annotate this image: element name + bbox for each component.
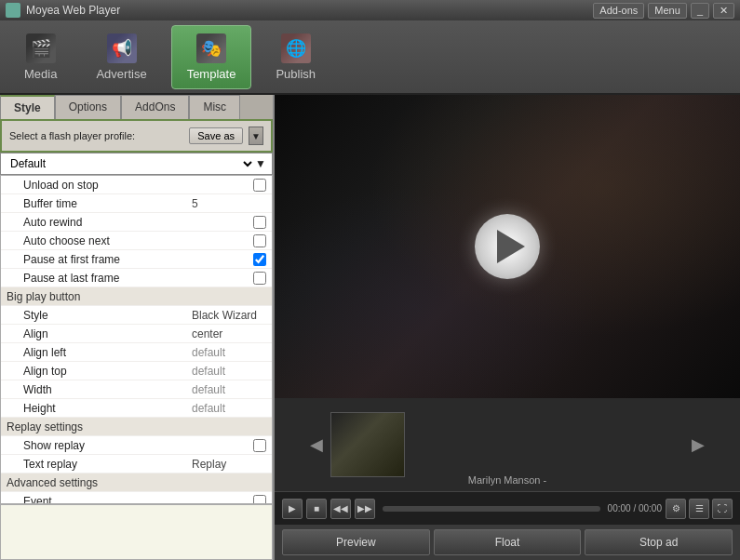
profile-select[interactable]: Default <box>7 156 255 171</box>
profile-label: Select a flash player profile: <box>9 130 183 141</box>
close-button[interactable]: ✕ <box>713 3 734 19</box>
nav-label-advertise: Advertise <box>96 67 146 81</box>
setting-text-replay: Text replay Replay <box>1 455 272 473</box>
setting-pause-last: Pause at last frame <box>1 269 272 287</box>
setting-value-buffer: 5 <box>192 197 266 210</box>
strip-prev-button[interactable]: ◀ <box>303 434 330 455</box>
nav-label-template: Template <box>187 67 236 81</box>
nav-item-publish[interactable]: 🌐 Publish <box>261 26 330 88</box>
section-big-play: Big play button <box>1 287 272 306</box>
stop-button[interactable]: ■ <box>306 499 327 519</box>
progress-bar[interactable] <box>383 506 600 512</box>
save-as-dropdown-arrow[interactable]: ▼ <box>249 127 263 145</box>
tab-bar: Style Options AddOns Misc <box>0 95 273 121</box>
checkbox-show-replay[interactable] <box>253 439 266 452</box>
settings-button[interactable]: ⚙ <box>666 499 686 519</box>
nav-label-media: Media <box>24 67 57 81</box>
setting-label-align: Align <box>23 327 192 340</box>
strip-next-button[interactable]: ▶ <box>684 434 712 455</box>
tab-misc[interactable]: Misc <box>189 95 240 119</box>
setting-label-unload: Unload on stop <box>23 179 253 192</box>
settings-wrapper: Unload on stop Buffer time 5 Auto rewind… <box>0 175 273 560</box>
profile-section: Select a flash player profile: Save as ▼ <box>0 121 273 153</box>
next-button[interactable]: ▶▶ <box>355 499 375 519</box>
settings-list: Unload on stop Buffer time 5 Auto rewind… <box>0 175 273 504</box>
setting-label-auto-choose: Auto choose next <box>23 234 253 247</box>
save-as-button[interactable]: Save as <box>189 127 243 144</box>
setting-value-align-top: default <box>192 365 266 378</box>
setting-label-show-replay: Show replay <box>23 439 253 452</box>
minimize-button[interactable]: _ <box>691 3 709 19</box>
section-replay: Replay settings <box>1 418 272 436</box>
thumb-item-1[interactable] <box>330 412 405 477</box>
play-pause-button[interactable]: ▶ <box>282 499 303 519</box>
checkbox-unload[interactable] <box>253 179 266 192</box>
checkbox-auto-choose[interactable] <box>253 234 266 247</box>
checkbox-event[interactable] <box>253 495 266 505</box>
section-label-replay: Replay settings <box>7 420 266 433</box>
bottom-text-area <box>0 504 273 560</box>
video-area <box>275 95 740 398</box>
setting-auto-choose-next: Auto choose next <box>1 232 272 250</box>
setting-label-rewind: Auto rewind <box>23 216 253 229</box>
advertise-icon: 📢 <box>107 33 137 63</box>
setting-width: Width default <box>1 380 272 399</box>
menu-button[interactable]: Menu <box>648 3 687 19</box>
stop-ad-button[interactable]: Stop ad <box>585 529 733 555</box>
template-icon: 🎭 <box>196 33 226 63</box>
setting-align: Align center <box>1 325 272 343</box>
thumb-image-1 <box>330 412 405 477</box>
setting-value-text-replay: Replay <box>192 458 266 471</box>
app-icon <box>6 3 20 18</box>
time-display: 00:00 / 00:00 <box>608 503 662 513</box>
section-advanced: Advanced settings <box>1 473 272 492</box>
app-title: Moyea Web Player <box>26 4 593 17</box>
checkbox-pause-first[interactable] <box>253 253 266 266</box>
float-button[interactable]: Float <box>434 529 582 555</box>
thumbnails-list <box>330 412 684 477</box>
setting-height: Height default <box>1 399 272 418</box>
checkbox-rewind[interactable] <box>253 216 266 229</box>
setting-align-top: Align top default <box>1 362 272 380</box>
setting-label-buffer: Buffer time <box>23 197 192 210</box>
setting-auto-rewind: Auto rewind <box>1 213 272 232</box>
addons-button[interactable]: Add-ons <box>593 3 644 19</box>
setting-pause-first: Pause at first frame <box>1 250 272 269</box>
play-triangle-icon <box>497 230 525 263</box>
nav-item-advertise[interactable]: 📢 Advertise <box>81 26 161 88</box>
section-label-big-play: Big play button <box>7 290 266 303</box>
list-button[interactable]: ☰ <box>689 499 709 519</box>
prev-button[interactable]: ◀◀ <box>330 499 351 519</box>
nav-bar: 🎬 Media 📢 Advertise 🎭 Template 🌐 Publish <box>0 20 740 95</box>
setting-style: Style Black Wizard <box>1 306 272 325</box>
nav-item-template[interactable]: 🎭 Template <box>171 25 252 89</box>
setting-label-height: Height <box>23 402 192 415</box>
setting-label-align-left: Align left <box>23 346 192 359</box>
setting-buffer-time: Buffer time 5 <box>1 194 272 213</box>
action-bar: Preview Float Stop ad <box>275 525 740 560</box>
setting-label-pause-last: Pause at last frame <box>23 272 253 285</box>
setting-label-text-replay: Text replay <box>23 458 192 471</box>
setting-show-replay: Show replay <box>1 436 272 455</box>
tab-addons[interactable]: AddOns <box>121 95 189 119</box>
play-button-overlay[interactable] <box>475 214 540 279</box>
setting-label-pause-first: Pause at first frame <box>23 253 253 266</box>
nav-item-media[interactable]: 🎬 Media <box>9 26 72 88</box>
nav-label-publish: Publish <box>276 67 316 81</box>
tab-style[interactable]: Style <box>0 95 55 119</box>
fullscreen-button[interactable]: ⛶ <box>712 499 733 519</box>
right-panel: ◀ ▶ Marilyn Manson - ▶ ■ ◀◀ ▶▶ 00:00 / 0… <box>275 95 740 560</box>
dropdown-arrow-icon: ▼ <box>255 157 266 170</box>
profile-dropdown[interactable]: Default ▼ <box>0 153 273 175</box>
setting-event: Event <box>1 492 272 504</box>
setting-label-event: Event <box>23 495 253 505</box>
title-bar: Moyea Web Player Add-ons Menu _ ✕ <box>0 0 740 20</box>
tab-options[interactable]: Options <box>55 95 121 119</box>
setting-unload-on-stop: Unload on stop <box>1 176 272 194</box>
section-label-advanced: Advanced settings <box>7 476 266 489</box>
setting-label-align-top: Align top <box>23 365 192 378</box>
setting-label-style: Style <box>23 309 192 322</box>
checkbox-pause-last[interactable] <box>253 272 266 285</box>
setting-value-height: default <box>192 402 266 415</box>
preview-button[interactable]: Preview <box>282 529 430 555</box>
